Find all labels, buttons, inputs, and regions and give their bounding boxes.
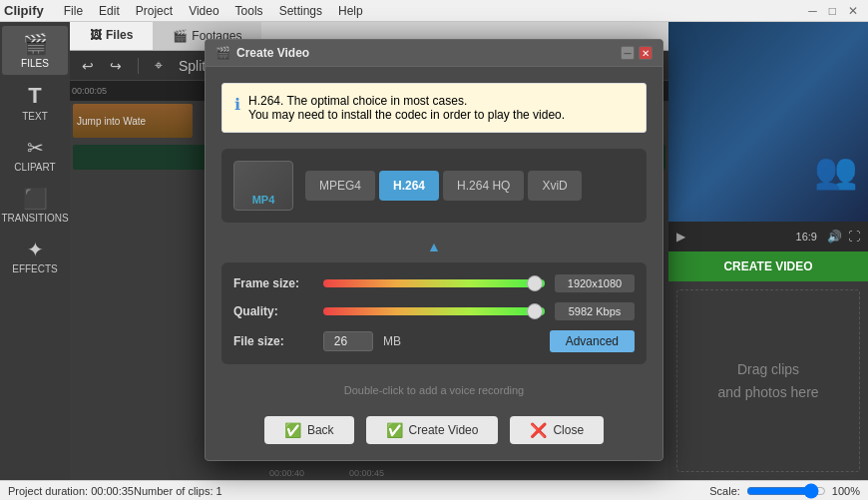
back-label: Back	[307, 423, 334, 437]
info-text: H.264. The optimal choice in most cases.…	[248, 94, 565, 122]
modal-overlay: 🎬 Create Video ─ ✕ ℹ H.264. The optimal …	[0, 0, 868, 500]
close-icon: ❌	[530, 422, 547, 438]
modal-body: ℹ H.264. The optimal choice in most case…	[206, 67, 662, 380]
modal-header: 🎬 Create Video ─ ✕	[206, 40, 662, 67]
info-box: ℹ H.264. The optimal choice in most case…	[221, 83, 647, 133]
format-tabs: MPEG4 H.264 H.264 HQ XviD	[305, 171, 635, 201]
modal-title: 🎬 Create Video	[216, 46, 309, 60]
modal-title-icon: 🎬	[216, 46, 230, 60]
frame-size-slider[interactable]	[323, 279, 545, 287]
info-text-line2: You may need to install the codec in ord…	[248, 108, 565, 122]
close-button[interactable]: ❌ Close	[510, 416, 604, 444]
format-mpeg4[interactable]: MPEG4	[305, 171, 375, 201]
format-icon-label: MP4	[252, 194, 275, 206]
format-section: MP4 MPEG4 H.264 H.264 HQ XviD	[221, 149, 647, 223]
create-video-modal: 🎬 Create Video ─ ✕ ℹ H.264. The optimal …	[205, 39, 663, 461]
format-arrow: ▲	[221, 239, 647, 254]
info-icon: ℹ	[234, 95, 240, 114]
quality-row: Quality: 5982 Kbps	[233, 302, 635, 320]
modal-footer: ✅ Back ✅ Create Video ❌ Close	[206, 404, 662, 460]
frame-size-value: 1920x1080	[555, 274, 635, 292]
create-label: Create Video	[409, 423, 479, 437]
frame-size-row: Frame size: 1920x1080	[233, 274, 635, 292]
create-button[interactable]: ✅ Create Video	[366, 416, 499, 444]
sliders-section: Frame size: 1920x1080 Quality: 5982 Kbps	[221, 262, 647, 364]
back-button[interactable]: ✅ Back	[264, 416, 354, 444]
format-h264[interactable]: H.264	[379, 171, 439, 201]
file-size-unit: MB	[383, 334, 401, 348]
modal-controls: ─ ✕	[621, 46, 652, 60]
quality-thumb[interactable]	[527, 303, 543, 319]
quality-value: 5982 Kbps	[555, 302, 635, 320]
format-xvid[interactable]: XviD	[528, 171, 581, 201]
file-size-input[interactable]	[323, 331, 373, 351]
create-icon: ✅	[386, 422, 403, 438]
quality-slider[interactable]	[323, 307, 545, 315]
back-icon: ✅	[284, 422, 301, 438]
format-icon: MP4	[233, 161, 293, 211]
frame-size-label: Frame size:	[233, 276, 313, 290]
frame-size-thumb[interactable]	[527, 275, 543, 291]
modal-close-btn[interactable]: ✕	[639, 46, 652, 60]
info-text-line1: H.264. The optimal choice in most cases.	[248, 94, 565, 108]
file-size-row: File size: MB Advanced	[233, 330, 635, 352]
advanced-button[interactable]: Advanced	[550, 330, 635, 352]
close-label: Close	[553, 423, 584, 437]
file-size-label: File size:	[233, 334, 313, 348]
format-h264hq[interactable]: H.264 HQ	[443, 171, 524, 201]
modal-title-text: Create Video	[236, 46, 309, 60]
modal-minimize-btn[interactable]: ─	[621, 46, 635, 60]
quality-label: Quality:	[233, 304, 313, 318]
file-size-spinner	[323, 331, 373, 351]
double-click-hint: Double-click to add a voice recording	[206, 380, 662, 404]
